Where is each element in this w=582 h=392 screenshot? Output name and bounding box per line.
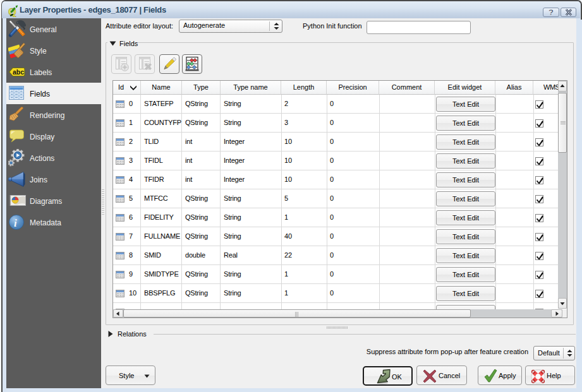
svg-text:?: ? — [549, 8, 554, 16]
svg-text:i: i — [14, 217, 17, 229]
svg-text:abc: abc — [13, 68, 24, 76]
